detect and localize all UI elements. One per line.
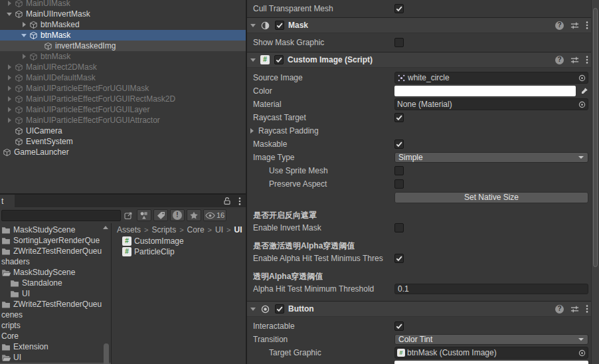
folder-item-maskstudyscene[interactable]: MaskStudyScene	[0, 267, 111, 278]
foldout-right-icon[interactable]	[5, 96, 13, 102]
hierarchy-item-mainuiparticleeffectforuguirectmask2d[interactable]: MainUIParticleEffectForUGUIRectMask2D	[0, 94, 246, 104]
favorites-filter-button[interactable]	[187, 209, 201, 221]
set-native-size-button[interactable]: Set Native Size	[394, 192, 588, 203]
presets-icon[interactable]	[570, 21, 579, 30]
object-picker-icon[interactable]	[576, 347, 588, 358]
folder-item-extension[interactable]: Extension	[0, 341, 111, 352]
alpha-hit-test-minimum-threshold-input[interactable]: 0.1	[394, 284, 588, 294]
folder-item-ui[interactable]: UI	[0, 288, 111, 299]
target-graphic-object-field[interactable]: #btnMask (Custom Image)	[394, 347, 588, 359]
file-item-customimage[interactable]: #CustomImage	[112, 236, 246, 246]
folder-item-standalone[interactable]: Standalone	[0, 278, 111, 288]
color-swatch[interactable]	[394, 86, 576, 96]
foldout-down-icon[interactable]	[250, 58, 257, 62]
foldout-right-icon[interactable]	[250, 128, 257, 134]
raycast-target-checkbox[interactable]	[394, 113, 404, 122]
cull-transparent-mesh-checkbox[interactable]	[394, 4, 404, 13]
hierarchy-item-mainuiinvertmask[interactable]: MainUIInvertMask	[0, 9, 246, 19]
presets-icon[interactable]	[570, 305, 579, 314]
alert-filter-button[interactable]: !	[170, 209, 185, 221]
help-icon[interactable]: ?	[555, 56, 564, 64]
folder-item-ui[interactable]: UI	[0, 352, 111, 363]
inspector-scrollbar-thumb[interactable]	[593, 8, 598, 267]
folder-item-cripts[interactable]: cripts	[0, 320, 111, 331]
project-tab[interactable]: t	[0, 195, 15, 207]
folder-item-shaders[interactable]: shaders	[0, 256, 111, 267]
folder-item-cenes[interactable]: cenes	[0, 310, 111, 320]
foldout-right-icon[interactable]	[20, 22, 28, 27]
foldout-right-icon[interactable]	[5, 107, 13, 112]
breadcrumb-segment[interactable]: Assets	[117, 225, 141, 234]
folder-item-core[interactable]: Core	[0, 331, 111, 341]
help-icon[interactable]: ?	[555, 305, 564, 314]
hierarchy-item-mainuiparticleeffectforuguiattractor[interactable]: MainUIParticleEffectForUGUIAttractor	[0, 115, 246, 126]
hierarchy-item-uicamera[interactable]: UICamera	[0, 126, 246, 136]
search-input[interactable]	[1, 210, 121, 221]
image-type-dropdown[interactable]: Simple	[394, 152, 588, 163]
presets-icon[interactable]	[570, 56, 579, 64]
foldout-down-icon[interactable]	[250, 24, 257, 27]
tree-scrollbar-thumb[interactable]	[104, 343, 109, 364]
filter-by-type-button[interactable]	[137, 209, 151, 221]
eyedropper-icon[interactable]	[576, 87, 588, 95]
foldout-right-icon[interactable]	[5, 64, 13, 70]
menu-icon[interactable]	[586, 304, 588, 314]
object-picker-icon[interactable]	[576, 99, 588, 110]
menu-icon[interactable]	[586, 21, 588, 30]
inspector-scrollbar[interactable]	[591, 0, 599, 364]
breadcrumb-segment[interactable]: UI	[215, 225, 223, 234]
folder-item-sortinglayerrenderque[interactable]: SortingLayerRenderQue	[0, 235, 111, 246]
foldout-right-icon[interactable]	[5, 1, 13, 6]
material-object-field[interactable]: None (Material)	[394, 98, 588, 110]
help-icon[interactable]: ?	[555, 21, 564, 30]
unlock-icon[interactable]	[223, 197, 231, 205]
foldout-right-icon[interactable]	[5, 86, 13, 91]
component-header-button[interactable]: Button?	[247, 302, 599, 317]
menu-icon[interactable]	[586, 55, 588, 64]
use-sprite-mesh-checkbox[interactable]	[394, 166, 404, 175]
foldout-right-icon[interactable]	[20, 54, 28, 59]
component-enabled-checkbox[interactable]	[275, 304, 284, 314]
component-enabled-checkbox[interactable]	[274, 55, 284, 64]
foldout-down-icon[interactable]	[5, 13, 13, 16]
color-swatch[interactable]	[394, 361, 588, 364]
hierarchy-item-mainuidefaultmask[interactable]: MainUIDefaultMask	[0, 72, 246, 83]
folder-item-maskstudyscene[interactable]: MaskStudyScene	[0, 225, 111, 235]
hierarchy-item-btnmask[interactable]: btnMask	[0, 51, 246, 62]
maskable-checkbox[interactable]	[394, 139, 404, 149]
transition-dropdown[interactable]: Color Tint	[394, 334, 588, 345]
breadcrumb-segment[interactable]: Scripts	[151, 225, 176, 234]
preserve-aspect-checkbox[interactable]	[394, 179, 404, 189]
component-header-mask[interactable]: Mask?	[247, 18, 599, 33]
folder-item-zwriteztestrenderqueu[interactable]: ZWriteZTestRenderQueu	[0, 246, 111, 256]
foldout-down-icon[interactable]	[20, 34, 28, 37]
hierarchy-item-gamelauncher[interactable]: GameLauncher	[0, 147, 246, 157]
hierarchy-item-mainuimask[interactable]: MainUIMask	[0, 0, 246, 9]
scroll-up-arrow-icon[interactable]	[103, 226, 108, 229]
hierarchy-item-eventsystem[interactable]: EventSystem	[0, 136, 246, 147]
hierarchy-item-invertmaskedimg[interactable]: invertMaskedImg	[0, 41, 246, 51]
hierarchy-item-mainuiparticleeffectforuguilayer[interactable]: MainUIParticleEffectForUGUILayer	[0, 104, 246, 115]
hierarchy-item-btnmasked[interactable]: btnMasked	[0, 19, 246, 30]
enable-invert-mask-checkbox[interactable]	[394, 223, 404, 232]
visibility-filter-button[interactable]: 16	[203, 209, 226, 221]
object-picker-icon[interactable]	[576, 72, 588, 83]
show-mask-graphic-checkbox[interactable]	[394, 38, 404, 47]
enable-alpha-hit-test-minimus-thres-checkbox[interactable]	[394, 254, 404, 263]
foldout-down-icon[interactable]	[250, 308, 257, 311]
open-in-icon[interactable]	[123, 211, 135, 220]
source-image-object-field[interactable]: white_circle	[394, 72, 588, 84]
folder-item-zwriteztestrenderqueu[interactable]: ZWriteZTestRenderQueu	[0, 299, 111, 310]
hierarchy-item-mainuirect2dmask[interactable]: MainUIRect2DMask	[0, 62, 246, 72]
file-item-particleclip[interactable]: #ParticleClip	[112, 246, 246, 257]
component-header-custom-image-script[interactable]: #Custom Image (Script)?	[247, 52, 599, 68]
interactable-checkbox[interactable]	[394, 321, 404, 331]
breadcrumb-current[interactable]: UI	[234, 225, 242, 234]
filter-by-label-button[interactable]	[153, 209, 168, 221]
hierarchy-item-btnmask[interactable]: btnMask	[0, 30, 246, 41]
foldout-right-icon[interactable]	[5, 75, 13, 80]
component-enabled-checkbox[interactable]	[275, 21, 284, 30]
panel-menu-icon[interactable]	[238, 197, 241, 206]
hierarchy-item-mainuiparticleeffectforuguimask[interactable]: MainUIParticleEffectForUGUIMask	[0, 83, 246, 94]
breadcrumb-segment[interactable]: Core	[187, 225, 205, 234]
